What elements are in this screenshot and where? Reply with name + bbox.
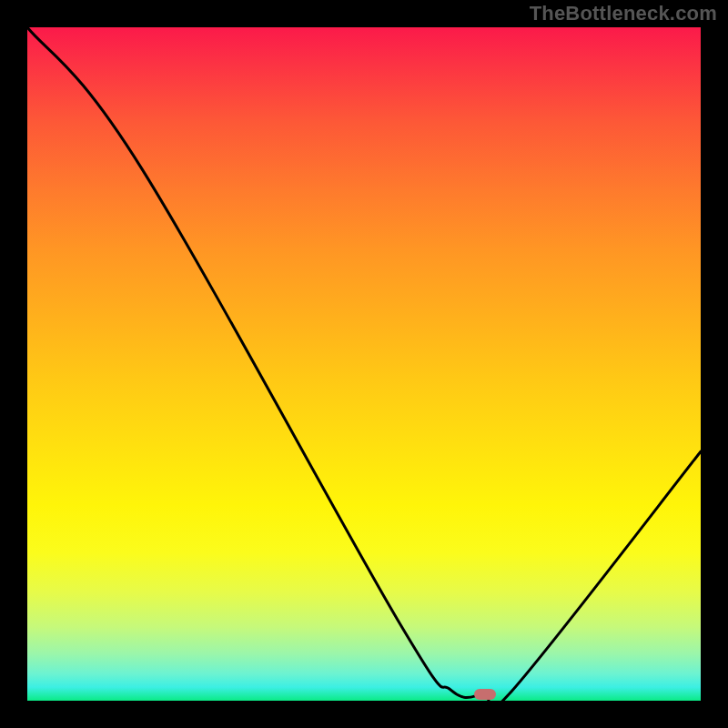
chart-frame: TheBottleneck.com — [0, 0, 728, 728]
optimum-marker — [474, 689, 496, 700]
bottleneck-curve — [27, 27, 701, 701]
watermark-text: TheBottleneck.com — [530, 2, 717, 25]
curve-path — [27, 27, 701, 711]
plot-area — [27, 27, 701, 701]
